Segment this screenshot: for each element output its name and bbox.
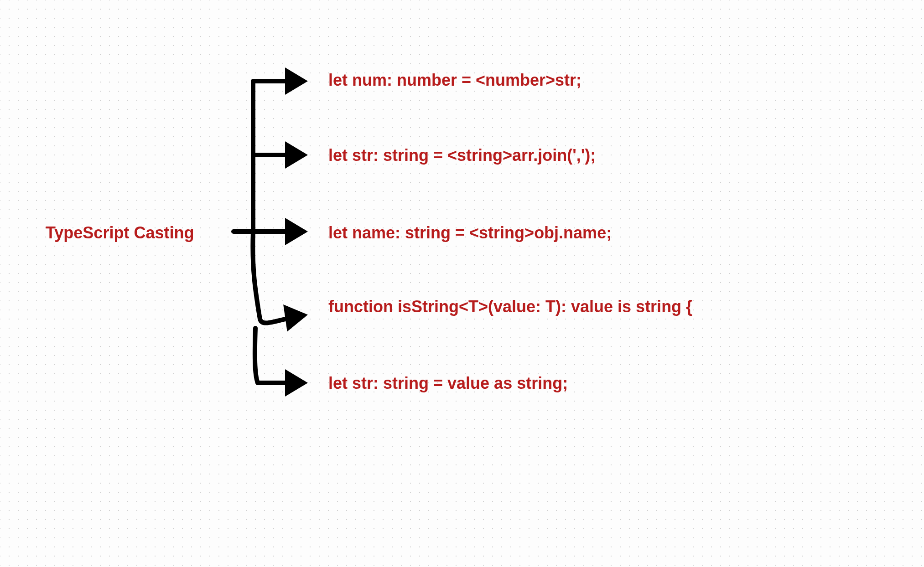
branch-label-3: let name: string = <string>obj.name; — [328, 223, 612, 242]
root-label: TypeScript Casting — [46, 223, 194, 242]
branch-label-1: let num: number = <number>str; — [328, 71, 581, 90]
branch-label-5: let str: string = value as string; — [328, 374, 568, 393]
branch-label-2: let str: string = <string>arr.join(','); — [328, 146, 596, 165]
branch-label-4: function isString<T>(value: T): value is… — [328, 297, 692, 316]
